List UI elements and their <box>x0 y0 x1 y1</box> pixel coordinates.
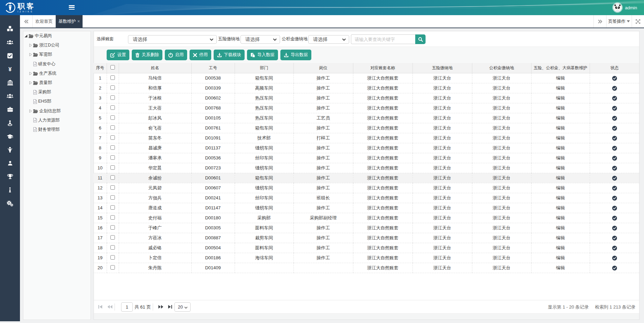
enable-button[interactable]: 启用 <box>165 50 187 60</box>
edit-link[interactable]: 编辑 <box>556 75 565 81</box>
row-checkbox[interactable] <box>110 145 115 150</box>
edit-link[interactable]: 编辑 <box>556 265 565 270</box>
edit-link[interactable]: 编辑 <box>556 205 565 210</box>
row-checkbox[interactable] <box>110 85 115 90</box>
edit-link[interactable]: 编辑 <box>556 115 565 121</box>
row-checkbox[interactable] <box>110 75 115 80</box>
row-checkbox[interactable] <box>110 195 115 200</box>
tree-node[interactable]: 研发中心 <box>23 60 90 69</box>
page-size-select[interactable]: 20 <box>174 302 191 312</box>
sidebar-item-street-view[interactable] <box>0 116 20 129</box>
sidebar-item-users[interactable] <box>0 35 20 49</box>
edit-link[interactable]: 编辑 <box>556 185 565 190</box>
sidebar-item-bank[interactable] <box>0 76 20 89</box>
row-checkbox[interactable] <box>110 245 115 250</box>
edit-link[interactable]: 编辑 <box>556 225 565 230</box>
row-checkbox[interactable] <box>110 165 115 170</box>
download-module-button[interactable]: 下载模块 <box>214 50 245 60</box>
edit-link[interactable]: 编辑 <box>556 135 565 140</box>
row-checkbox[interactable] <box>110 235 115 240</box>
row-checkbox[interactable] <box>110 215 115 220</box>
settings-button[interactable]: 设置 <box>107 50 129 60</box>
user-menu[interactable]: admin <box>612 2 637 13</box>
edit-link[interactable]: 编辑 <box>556 145 565 150</box>
edit-link[interactable]: 编辑 <box>556 195 565 200</box>
next-page-icon[interactable] <box>158 304 164 311</box>
tree-node[interactable]: 采购部 <box>23 87 90 97</box>
sidebar-item-yen[interactable]: ¥ <box>0 62 20 76</box>
tree-node[interactable]: EHS部 <box>23 97 90 106</box>
tree-node[interactable]: 浙江D公司 <box>23 41 90 50</box>
tree-node[interactable]: 军需部 <box>23 50 90 59</box>
tab-welcome-home[interactable]: 欢迎首页 <box>33 15 56 28</box>
tree-node[interactable]: 企划信息部 <box>23 106 90 116</box>
export-data-button[interactable]: 导出数据 <box>280 50 311 60</box>
edit-link[interactable]: 编辑 <box>556 215 565 220</box>
edit-link[interactable]: 编辑 <box>556 95 565 101</box>
row-checkbox[interactable] <box>110 95 115 100</box>
edit-link[interactable]: 编辑 <box>556 175 565 180</box>
row-checkbox[interactable] <box>110 265 115 270</box>
tabs-scroll-right-icon[interactable] <box>594 15 606 28</box>
tree-expander-closed-icon[interactable] <box>29 43 32 47</box>
row-checkbox[interactable] <box>110 205 115 210</box>
edit-link[interactable]: 编辑 <box>556 125 565 131</box>
tree-node[interactable]: 质量部 <box>23 78 90 87</box>
last-page-icon[interactable] <box>168 304 173 311</box>
sidebar-item-check-square[interactable] <box>0 49 20 62</box>
edit-link[interactable]: 编辑 <box>556 235 565 240</box>
account-select[interactable]: 请选择 <box>128 35 217 44</box>
row-checkbox[interactable] <box>110 185 115 190</box>
sidebar-item-cubes[interactable] <box>0 22 20 35</box>
import-data-button[interactable]: 导入数据 <box>247 50 278 60</box>
row-checkbox[interactable] <box>110 175 115 180</box>
edit-link[interactable]: 编辑 <box>556 165 565 170</box>
tree-node[interactable]: 生产系统 <box>23 69 90 78</box>
sidebar-item-cogs[interactable] <box>0 197 20 210</box>
edit-link[interactable]: 编辑 <box>556 155 565 160</box>
fund-select[interactable]: 请选择 <box>308 35 349 44</box>
row-checkbox[interactable] <box>110 105 115 110</box>
tree-expander-closed-icon[interactable] <box>29 109 32 113</box>
tree-expander-open-icon[interactable] <box>24 34 28 38</box>
fullscreen-icon[interactable] <box>632 15 644 28</box>
sidebar-item-briefcase[interactable] <box>0 103 20 116</box>
tree-node[interactable]: 财务管理部 <box>23 125 90 134</box>
tree-node[interactable]: 人力资源部 <box>23 116 90 125</box>
disable-button[interactable]: 停用 <box>190 50 211 60</box>
row-checkbox[interactable] <box>110 125 115 130</box>
tree-expander-closed-icon[interactable] <box>29 53 32 56</box>
row-checkbox[interactable] <box>110 225 115 230</box>
menu-toggle-icon[interactable] <box>69 5 75 11</box>
edit-link[interactable]: 编辑 <box>556 105 565 111</box>
tree-expander-closed-icon[interactable] <box>29 72 32 75</box>
row-checkbox[interactable] <box>110 115 115 120</box>
select-all-checkbox[interactable] <box>110 65 115 70</box>
first-page-icon[interactable] <box>98 304 103 311</box>
page-number-input[interactable] <box>121 302 133 312</box>
tabs-scroll-left-icon[interactable] <box>20 15 32 28</box>
sidebar-item-users2[interactable] <box>0 89 20 103</box>
row-checkbox[interactable] <box>110 255 115 260</box>
sidebar-item-info[interactable] <box>0 183 20 197</box>
base-maintenance-cell: 编辑 <box>531 143 590 153</box>
prev-page-icon[interactable] <box>107 304 113 311</box>
tab-close-icon[interactable]: × <box>77 19 80 24</box>
sidebar-item-trophy[interactable] <box>0 170 20 183</box>
tab-operations-dropdown[interactable]: 页签操作 <box>607 15 632 28</box>
tree-node[interactable]: 中元易尚 <box>23 31 90 41</box>
sidebar-item-child[interactable] <box>0 143 20 156</box>
edit-link[interactable]: 编辑 <box>556 245 565 250</box>
relation-delete-button[interactable]: 关系删除 <box>132 50 162 60</box>
sidebar-item-user[interactable] <box>0 156 20 170</box>
sidebar-item-graduation-cap[interactable] <box>0 129 20 143</box>
edit-link[interactable]: 编辑 <box>556 255 565 260</box>
row-checkbox[interactable] <box>110 155 115 160</box>
edit-link[interactable]: 编辑 <box>556 85 565 91</box>
row-checkbox[interactable] <box>110 135 115 140</box>
tree-expander-closed-icon[interactable] <box>29 81 32 85</box>
search-input[interactable] <box>351 34 415 44</box>
tab-base-maintenance[interactable]: 基数维护 × <box>56 15 83 28</box>
search-button[interactable] <box>415 34 426 44</box>
insurance-select[interactable]: 请选择 <box>240 35 280 44</box>
